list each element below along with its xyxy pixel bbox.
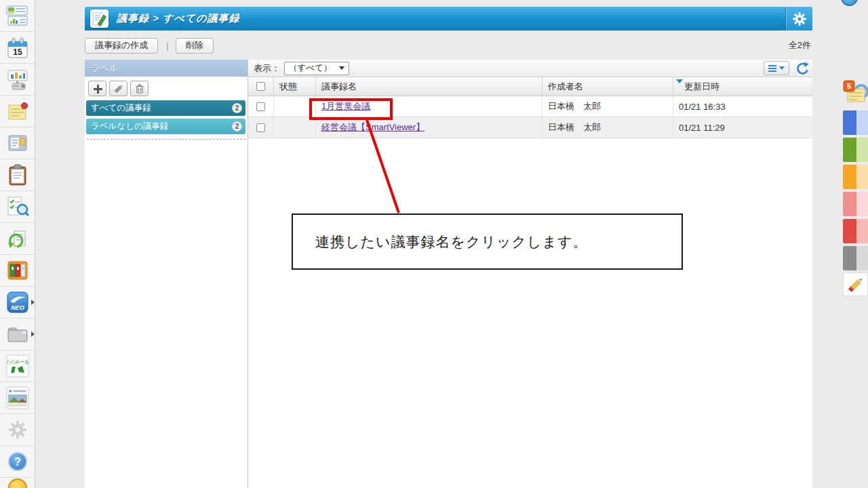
- sidebar-item-todo-search[interactable]: [0, 191, 35, 223]
- sticky-pencil-button[interactable]: [843, 272, 868, 296]
- toolbar-separator: |: [166, 41, 168, 51]
- binders-icon: [7, 260, 28, 281]
- label-count-badge: 2: [232, 121, 242, 131]
- label-item-unlabeled-minutes[interactable]: ラベルなしの議事録 2: [86, 119, 245, 134]
- sticky-color-orange[interactable]: [843, 165, 868, 189]
- sidebar-item-banner[interactable]: [0, 382, 35, 414]
- add-label-button[interactable]: [88, 81, 106, 96]
- trash-icon: [135, 84, 144, 94]
- flyout-arrow-icon: [31, 331, 35, 337]
- hamburger-icon: [768, 65, 776, 72]
- minutes-link[interactable]: 経営会議【SmartViewer】: [321, 121, 425, 134]
- row-checkbox[interactable]: [256, 123, 265, 132]
- sticky-color-gray[interactable]: [843, 246, 868, 270]
- portal-icon: [6, 5, 29, 26]
- minutes-app-icon: [90, 9, 108, 28]
- label-panel: ラベル: [85, 60, 248, 488]
- select-all-checkbox[interactable]: [256, 82, 265, 91]
- neo-icon: NEO: [7, 291, 28, 313]
- delete-label-button[interactable]: [130, 81, 149, 96]
- label-item-all-minutes[interactable]: すべての議事録 2: [86, 100, 245, 116]
- sidebar-item-help[interactable]: ?: [0, 446, 35, 478]
- svg-text:5: 5: [847, 82, 851, 90]
- action-toolbar: 議事録の作成 | 削除 全2件: [85, 34, 812, 57]
- table-header: 状態 議事録名 作成者名 更新日時: [248, 77, 812, 96]
- filter-dropdown[interactable]: （すべて）: [284, 62, 349, 75]
- sticky-color-green[interactable]: [843, 138, 868, 162]
- sidebar-item-clipboard[interactable]: [0, 159, 35, 191]
- annotation-callout: 連携したい議事録名をクリックします。: [292, 214, 683, 270]
- svg-text:たのめーる: たのめーる: [6, 359, 28, 365]
- banner-image-icon: [6, 386, 29, 409]
- top-right-partial-icon: [841, 0, 858, 6]
- sidebar-item-folder[interactable]: [0, 319, 35, 350]
- memo-icon: [7, 100, 28, 122]
- row-author: 日本橋 太郎: [542, 96, 673, 117]
- gear-icon: [792, 12, 807, 26]
- sticky-color-pink[interactable]: [843, 192, 868, 216]
- timecard-icon[interactable]: [8, 479, 27, 488]
- sidebar-item-portal[interactable]: [0, 0, 35, 32]
- pencil-icon: [114, 84, 123, 94]
- col-author[interactable]: 作成者名: [542, 77, 673, 96]
- total-count: 全2件: [789, 39, 812, 52]
- list-view-menu-button[interactable]: [764, 61, 789, 75]
- refresh-icon[interactable]: [795, 61, 810, 75]
- sort-desc-icon: [676, 79, 683, 83]
- todo-search-icon: [6, 196, 29, 218]
- col-status[interactable]: 状態: [274, 77, 316, 96]
- col-name[interactable]: 議事録名: [316, 77, 542, 96]
- row-checkbox[interactable]: [256, 102, 265, 111]
- sidebar-item-bulletin-board[interactable]: [0, 127, 35, 159]
- edit-label-button[interactable]: [109, 81, 127, 96]
- annotation-text: 連携したい議事録名をクリックします。: [315, 232, 587, 251]
- minutes-list-area: 表示： （すべて） 状態 議事録名 作成者名: [248, 60, 812, 488]
- plus-icon: [93, 84, 102, 94]
- sidebar-item-memo[interactable]: [0, 96, 35, 127]
- sidebar-item-neo[interactable]: NEO: [0, 287, 35, 319]
- sticky-color-blue[interactable]: [843, 110, 868, 135]
- svg-text:NEO: NEO: [11, 304, 24, 311]
- sidebar-item-schedule[interactable]: 15: [0, 32, 35, 64]
- filter-row: 表示： （すべて）: [248, 60, 812, 77]
- col-updated[interactable]: 更新日時: [673, 77, 812, 96]
- label-item-text: ラベルなしの議事録: [91, 121, 168, 132]
- sidebar-item-document-management[interactable]: [0, 255, 35, 287]
- settings-button[interactable]: [785, 7, 812, 30]
- sidebar-item-presentation[interactable]: [0, 64, 35, 96]
- sidebar-item-circulation[interactable]: [0, 223, 35, 255]
- tanomail-icon: たのめーる: [6, 354, 29, 378]
- row-updated: 01/21 16:33: [673, 96, 812, 117]
- circulation-icon: [6, 228, 29, 249]
- label-panel-title: ラベル: [85, 60, 248, 77]
- table-row[interactable]: 経営会議【SmartViewer】 日本橋 太郎 01/21 11:29: [248, 117, 812, 138]
- row-status: [274, 117, 316, 138]
- folder-icon: [6, 325, 29, 344]
- label-item-text: すべての議事録: [91, 102, 151, 114]
- help-icon: ?: [7, 451, 28, 472]
- bulletin-board-icon: [7, 132, 28, 154]
- clipboard-icon: [7, 164, 28, 186]
- create-minutes-button[interactable]: 議事録の作成: [85, 38, 158, 54]
- label-divider: [87, 139, 245, 140]
- module-header: 議事録 > すべての議事録: [85, 7, 812, 30]
- flyout-arrow-icon: [31, 300, 35, 305]
- row-updated: 01/21 11:29: [673, 117, 812, 138]
- filter-value: （すべて）: [289, 62, 332, 74]
- app-sidebar: 15: [0, 0, 35, 488]
- svg-text:?: ?: [14, 456, 21, 468]
- page: 15: [0, 0, 868, 488]
- sticky-note-icon: 5: [843, 80, 868, 105]
- page-title: 議事録 > すべての議事録: [117, 12, 785, 25]
- sticky-color-red[interactable]: [843, 219, 868, 243]
- presentation-icon: [6, 68, 29, 91]
- sidebar-item-tanomail[interactable]: たのめーる: [0, 350, 35, 382]
- sidebar-item-settings[interactable]: [0, 414, 35, 446]
- chevron-down-icon: [779, 66, 785, 70]
- table-row[interactable]: 1月営業会議 日本橋 太郎 01/21 16:33: [248, 96, 812, 117]
- delete-button[interactable]: 削除: [176, 38, 214, 54]
- row-status: [274, 96, 316, 117]
- sticky-notes-button[interactable]: 5: [843, 80, 868, 108]
- calendar-icon: 15: [7, 37, 28, 59]
- minutes-link[interactable]: 1月営業会議: [321, 100, 370, 113]
